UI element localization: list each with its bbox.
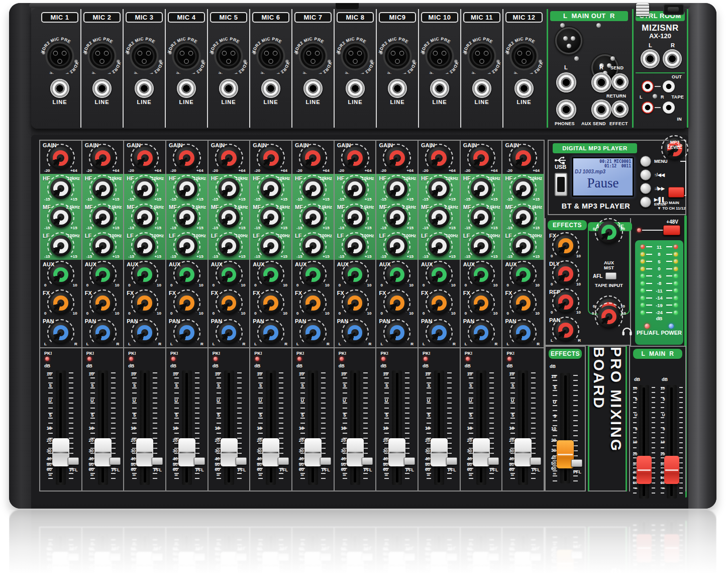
hf-knob[interactable] xyxy=(92,178,114,199)
aux-mst-knob[interactable] xyxy=(598,221,620,243)
fader-track[interactable] xyxy=(308,370,318,485)
fader-track[interactable] xyxy=(350,370,360,485)
pfl-button[interactable] xyxy=(530,457,541,465)
fx-knob[interactable] xyxy=(386,292,407,314)
fader-cap[interactable] xyxy=(431,438,448,466)
fader-cap[interactable] xyxy=(514,438,532,466)
mf-knob[interactable] xyxy=(512,207,534,228)
mf-knob[interactable] xyxy=(429,207,450,228)
phantom-power-switch[interactable] xyxy=(663,225,680,235)
pfl-button[interactable] xyxy=(110,457,121,465)
gain-knob[interactable] xyxy=(260,147,282,169)
fx-knob[interactable] xyxy=(176,292,197,314)
mf-knob[interactable] xyxy=(50,207,71,228)
hf-knob[interactable] xyxy=(302,178,324,199)
lf-knob[interactable] xyxy=(302,235,324,256)
fader-cap[interactable] xyxy=(637,456,652,484)
mp3-button-next[interactable] xyxy=(640,183,651,194)
fader-cap[interactable] xyxy=(178,438,195,466)
gain-knob[interactable] xyxy=(92,147,114,169)
effects-fx-knob[interactable] xyxy=(555,235,576,256)
lf-knob[interactable] xyxy=(386,235,407,256)
gain-knob[interactable] xyxy=(470,147,492,169)
hf-knob[interactable] xyxy=(260,178,281,199)
hf-knob[interactable] xyxy=(50,178,71,199)
pfl-button[interactable] xyxy=(571,459,582,467)
mf-knob[interactable] xyxy=(260,207,281,228)
phones-level-knob[interactable] xyxy=(598,306,620,328)
fader-cap[interactable] xyxy=(388,438,405,466)
gain-knob[interactable] xyxy=(134,147,156,169)
hf-knob[interactable] xyxy=(429,178,450,199)
gain-knob[interactable] xyxy=(218,147,240,169)
pfl-button[interactable] xyxy=(488,457,499,465)
mp3-button-play[interactable] xyxy=(640,197,651,208)
hf-knob[interactable] xyxy=(176,178,197,199)
fader-cap[interactable] xyxy=(473,438,490,466)
gain-knob[interactable] xyxy=(512,147,534,169)
hf-knob[interactable] xyxy=(345,178,366,199)
fader-track[interactable] xyxy=(476,370,486,485)
fader-track[interactable] xyxy=(392,370,402,485)
pan-knob[interactable] xyxy=(512,322,534,343)
lf-knob[interactable] xyxy=(429,235,450,256)
pfl-button[interactable] xyxy=(236,457,247,465)
pfl-button[interactable] xyxy=(320,457,331,465)
mf-knob[interactable] xyxy=(345,207,366,228)
lf-knob[interactable] xyxy=(92,235,114,256)
pan-knob[interactable] xyxy=(260,322,281,343)
mp3-button-menu[interactable] xyxy=(640,156,651,167)
fader-cap[interactable] xyxy=(347,438,364,466)
fader-track[interactable] xyxy=(266,370,276,485)
fx-knob[interactable] xyxy=(471,292,492,314)
mf-knob[interactable] xyxy=(302,207,324,228)
fx-knob[interactable] xyxy=(345,292,366,314)
usb-port[interactable] xyxy=(555,173,567,196)
fx-knob[interactable] xyxy=(260,292,281,314)
pfl-button[interactable] xyxy=(152,457,163,465)
pfl-button[interactable] xyxy=(446,457,457,465)
fader-track[interactable] xyxy=(434,370,444,485)
lf-knob[interactable] xyxy=(260,235,281,256)
pan-knob[interactable] xyxy=(302,322,324,343)
hf-knob[interactable] xyxy=(386,178,407,199)
fx-knob[interactable] xyxy=(302,292,324,314)
mf-knob[interactable] xyxy=(386,207,407,228)
fader-cap[interactable] xyxy=(52,438,69,466)
fader-cap[interactable] xyxy=(221,438,238,466)
fader-cap[interactable] xyxy=(664,456,679,484)
gain-knob[interactable] xyxy=(176,147,198,169)
fx-knob[interactable] xyxy=(92,292,114,314)
fx-knob[interactable] xyxy=(429,292,450,314)
lf-knob[interactable] xyxy=(50,235,71,256)
pfl-button[interactable] xyxy=(278,457,289,465)
hf-knob[interactable] xyxy=(471,178,492,199)
fader-cap[interactable] xyxy=(136,438,153,466)
power-rocker-switch[interactable] xyxy=(663,4,684,15)
pan-knob[interactable] xyxy=(429,322,450,343)
fader-cap[interactable] xyxy=(262,438,279,466)
pan-knob[interactable] xyxy=(219,322,240,343)
mf-knob[interactable] xyxy=(471,207,492,228)
pfl-button[interactable] xyxy=(68,457,79,465)
pan-knob[interactable] xyxy=(50,322,71,343)
fx-knob[interactable] xyxy=(219,292,240,314)
pan-knob[interactable] xyxy=(345,322,366,343)
mf-knob[interactable] xyxy=(134,207,155,228)
fader-track[interactable] xyxy=(140,370,150,485)
pfl-button[interactable] xyxy=(404,457,415,465)
fader-track[interactable] xyxy=(224,370,234,485)
lf-knob[interactable] xyxy=(471,235,492,256)
mf-knob[interactable] xyxy=(92,207,114,228)
pan-knob[interactable] xyxy=(386,322,407,343)
mp3-button-prev[interactable] xyxy=(640,169,651,180)
mf-knob[interactable] xyxy=(176,207,197,228)
lf-knob[interactable] xyxy=(176,235,197,256)
hf-knob[interactable] xyxy=(134,178,155,199)
lf-knob[interactable] xyxy=(512,235,534,256)
fx-knob[interactable] xyxy=(134,292,155,314)
pan-knob[interactable] xyxy=(92,322,114,343)
pan-knob[interactable] xyxy=(176,322,197,343)
pan-knob[interactable] xyxy=(134,322,155,343)
fader-track[interactable] xyxy=(182,370,192,485)
